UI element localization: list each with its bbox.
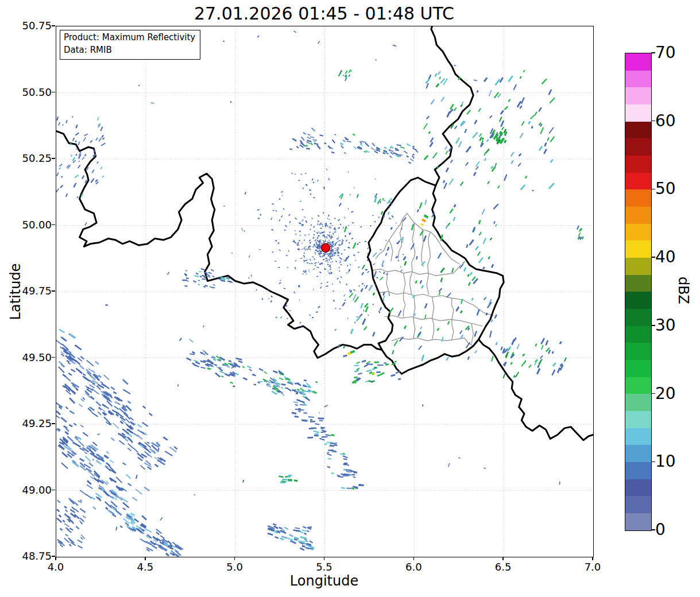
lux-canton-v11 <box>389 240 393 261</box>
radar-echo <box>397 259 399 261</box>
radar-echo <box>315 253 316 254</box>
radar-echo <box>504 174 508 181</box>
echo-cluster-southeast-cells <box>500 338 567 379</box>
radar-echo <box>339 219 340 220</box>
radar-echo <box>281 191 283 193</box>
radar-echo <box>342 139 346 142</box>
radar-echo <box>192 362 196 366</box>
radar-echo <box>330 257 331 258</box>
radar-echo <box>334 134 336 135</box>
radar-echo <box>65 509 68 512</box>
radar-echo <box>301 219 303 222</box>
radar-echo <box>325 260 327 262</box>
radar-echo <box>69 528 74 531</box>
radar-echo <box>82 175 85 179</box>
radar-echo <box>381 260 385 266</box>
radar-echo <box>103 490 109 497</box>
radar-echo <box>290 540 296 544</box>
radar-echo <box>479 133 482 137</box>
radar-echo <box>279 377 284 380</box>
radar-echo <box>313 181 315 183</box>
colorbar-cell <box>625 258 651 275</box>
radar-echo <box>466 146 471 153</box>
radar-echo <box>297 243 299 244</box>
radar-echo <box>493 221 495 224</box>
radar-echo <box>473 172 477 176</box>
radar-echo <box>538 107 542 111</box>
radar-echo <box>367 271 369 273</box>
radar-echo <box>389 218 392 220</box>
radar-echo <box>83 515 86 518</box>
echo-cluster-mid-chain <box>186 339 318 406</box>
radar-echo <box>152 545 157 549</box>
radar-echo <box>282 479 287 480</box>
lux-canton-v5 <box>404 273 405 317</box>
radar-echo <box>338 245 341 245</box>
radar-echo <box>540 127 544 134</box>
radar-echo <box>288 479 292 480</box>
radar-echo <box>303 248 305 250</box>
colorbar-cell <box>625 275 651 292</box>
radar-echo <box>511 339 515 346</box>
radar-echo <box>366 369 372 372</box>
radar-echo <box>390 227 393 230</box>
radar-echo <box>331 152 335 154</box>
radar-echo <box>454 65 456 66</box>
radar-echo <box>77 540 83 544</box>
radar-echo <box>316 312 318 313</box>
radar-echo <box>459 330 463 334</box>
radar-echo <box>272 390 277 395</box>
radar-echo <box>242 480 244 483</box>
radar-echo <box>302 529 307 532</box>
radar-echo <box>337 241 339 242</box>
radar-echo <box>307 134 310 135</box>
radar-echo <box>508 76 513 82</box>
radar-echo <box>243 377 247 381</box>
radar-echo <box>385 152 389 154</box>
radar-echo <box>430 99 435 105</box>
radar-echo <box>233 385 235 387</box>
radar-echo <box>309 239 311 242</box>
radar-echo <box>69 334 76 339</box>
radar-echo <box>446 168 449 173</box>
radar-echo <box>84 154 86 156</box>
radar-echo <box>440 268 445 273</box>
radar-echo <box>90 140 92 143</box>
radar-echo <box>249 369 252 371</box>
radar-echo <box>392 215 394 218</box>
radar-echo <box>386 247 389 251</box>
radar-echo <box>329 219 330 220</box>
radar-echo <box>540 355 543 359</box>
radar-echo <box>114 406 119 410</box>
radar-echo <box>520 184 525 190</box>
radar-echo <box>272 203 274 205</box>
radar-echo <box>299 222 301 224</box>
radar-echo <box>303 132 306 135</box>
radar-echo <box>489 115 493 119</box>
radar-echo <box>291 173 293 175</box>
radar-echo <box>68 362 71 365</box>
radar-echo <box>474 350 477 354</box>
radar-echo <box>352 222 354 224</box>
radar-echo <box>432 152 438 158</box>
radar-echo <box>304 252 305 254</box>
radar-echo <box>400 146 405 149</box>
radar-echo <box>132 497 137 501</box>
radar-echo <box>295 416 299 418</box>
radar-echo <box>326 168 327 170</box>
radar-echo <box>296 393 298 394</box>
radar-echo <box>370 225 372 227</box>
radar-echo <box>268 289 269 290</box>
radar-echo <box>306 148 310 150</box>
radar-echo <box>528 365 532 368</box>
radar-echo <box>383 272 385 274</box>
radar-echo <box>136 475 138 479</box>
radar-echo <box>342 455 347 458</box>
radar-echo <box>64 513 70 518</box>
radar-echo <box>238 360 242 363</box>
radar-echo <box>463 267 466 272</box>
radar-echo <box>426 83 428 89</box>
radar-echo <box>80 356 84 359</box>
radar-echo <box>353 476 355 478</box>
radar-echo <box>327 261 329 263</box>
